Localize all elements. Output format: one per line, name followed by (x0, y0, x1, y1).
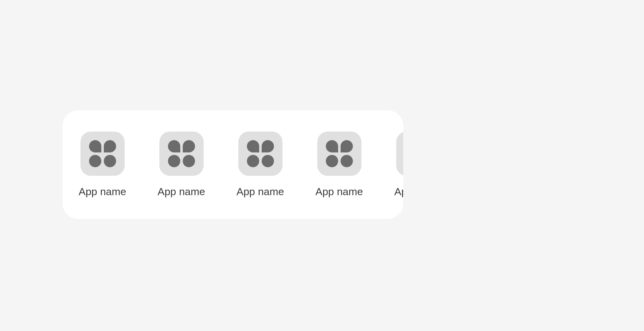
svg-point-1 (104, 155, 116, 167)
app-item[interactable]: App name (236, 132, 284, 198)
app-placeholder-icon (396, 132, 404, 176)
app-item[interactable]: App name (79, 132, 126, 198)
app-label: App name (394, 186, 403, 198)
svg-point-0 (89, 155, 101, 167)
app-label: App name (236, 186, 284, 198)
app-label: App name (158, 186, 205, 198)
app-card: App name App name App name (63, 110, 403, 219)
app-label: App name (79, 186, 126, 198)
app-item[interactable]: App name (315, 132, 363, 198)
app-label: App name (315, 186, 363, 198)
app-item[interactable]: App name (394, 132, 403, 198)
app-placeholder-icon (238, 132, 283, 176)
svg-point-2 (168, 155, 180, 167)
svg-point-4 (247, 155, 259, 167)
svg-point-5 (262, 155, 274, 167)
app-placeholder-icon (317, 132, 361, 176)
svg-point-6 (326, 155, 338, 167)
app-placeholder-icon (159, 132, 204, 176)
svg-point-7 (341, 155, 353, 167)
app-item[interactable]: App name (158, 132, 205, 198)
svg-point-3 (183, 155, 195, 167)
app-placeholder-icon (80, 132, 125, 176)
